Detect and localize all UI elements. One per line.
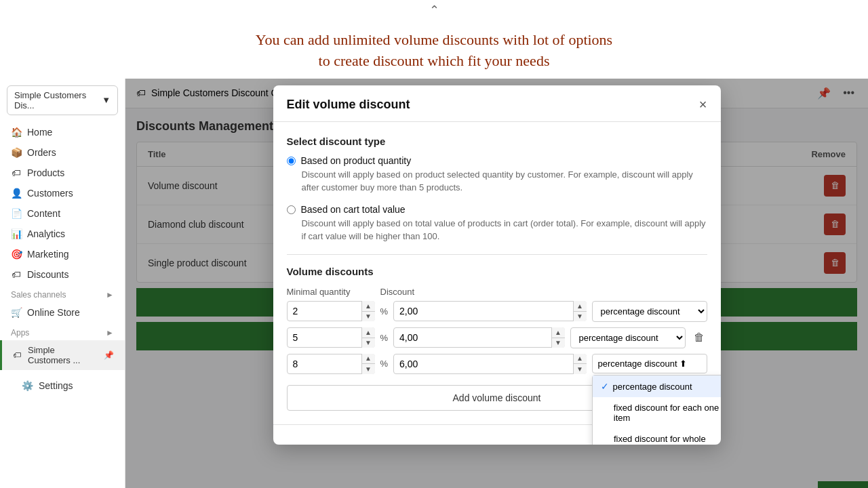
dropdown-label-fixed-whole: fixed discount for whole product: [614, 434, 721, 445]
chevron-up-icon[interactable]: ⌃: [429, 3, 439, 17]
qty-wrap-2: ▲ ▼: [287, 327, 375, 348]
qty-down-2[interactable]: ▼: [361, 338, 375, 348]
dropdown-item-fixed-whole[interactable]: fixed discount for whole product: [593, 428, 721, 445]
discount-up-1[interactable]: ▲: [573, 301, 587, 312]
app-icon: 🏷: [13, 350, 21, 360]
sidebar-item-discounts[interactable]: 🏷 Discounts: [0, 264, 125, 285]
divider: [287, 254, 707, 255]
sidebar-app-name: Simple Customers ...: [28, 345, 98, 365]
sidebar-label-analytics: Analytics: [27, 228, 65, 239]
sidebar-label-products: Products: [27, 167, 64, 178]
sidebar-item-home[interactable]: 🏠 Home: [0, 122, 125, 142]
app-selector-label: Simple Customers Dis...: [14, 90, 102, 110]
discount-up-2[interactable]: ▲: [551, 327, 565, 338]
check-icon: ✓: [601, 381, 609, 392]
discount-up-3[interactable]: ▲: [573, 354, 587, 365]
dropdown-item-fixed-each[interactable]: fixed discount for each one item: [593, 397, 721, 428]
sidebar-item-content[interactable]: 📄 Content: [0, 203, 125, 224]
volume-discounts-title: Volume discounts: [287, 266, 707, 277]
sidebar-item-app[interactable]: 🏷 Simple Customers ... 📌: [0, 340, 125, 370]
sidebar-item-analytics[interactable]: 📊 Analytics: [0, 224, 125, 244]
dropdown-item-pct[interactable]: ✓ percentage discount: [593, 375, 721, 397]
radio-text-cart-total: Based on cart total value: [301, 204, 406, 215]
sidebar-item-marketing[interactable]: 🎯 Marketing: [0, 244, 125, 264]
analytics-icon: 📊: [11, 228, 22, 239]
discount-input-3[interactable]: [393, 354, 586, 374]
pin-icon: 📌: [104, 350, 114, 360]
promo-banner: You can add unlimited volume discounts w…: [0, 18, 868, 79]
modal-close-button[interactable]: ×: [699, 98, 707, 111]
discount-down-2[interactable]: ▼: [551, 338, 565, 348]
sidebar-item-orders[interactable]: 📦 Orders: [0, 142, 125, 163]
modal-body: Select discount type Based on product qu…: [273, 122, 721, 424]
qty-up-1[interactable]: ▲: [361, 301, 375, 312]
marketing-icon: 🎯: [11, 249, 22, 260]
radio-label-cart-total[interactable]: Based on cart total value: [287, 204, 707, 215]
discount-spin-2: ▲ ▼: [551, 327, 565, 348]
chevron-down-icon: ▼: [102, 95, 111, 105]
sidebar-item-settings[interactable]: ⚙️ Settings: [11, 375, 114, 396]
type-select-1[interactable]: percentage discount fixed discount for e…: [592, 301, 707, 322]
discounts-icon: 🏷: [11, 269, 22, 280]
modal-title: Edit volume discount: [287, 98, 410, 112]
radio-desc-product-qty: Discount will apply based on product sel…: [287, 168, 707, 195]
sidebar-label-orders: Orders: [27, 147, 56, 158]
qty-up-2[interactable]: ▲: [361, 327, 375, 338]
modal-overlay: Edit volume discount × Select discount t…: [125, 79, 868, 488]
type-select-2[interactable]: percentage discount fixed discount for e…: [570, 327, 686, 348]
discount-down-1[interactable]: ▼: [573, 312, 587, 322]
discount-down-3[interactable]: ▼: [573, 364, 587, 374]
col-discount-label: Discount: [380, 287, 707, 297]
sidebar-label-settings: Settings: [39, 380, 73, 391]
vol-table-header: Minimal quantity Discount: [287, 287, 707, 297]
radio-desc-cart-total: Discount will apply based on total value…: [287, 217, 707, 243]
sidebar-item-online-store[interactable]: 🛒 Online Store: [0, 302, 125, 323]
qty-down-3[interactable]: ▼: [361, 364, 375, 374]
vol-row-2: ▲ ▼ % ▲ ▼ perc: [287, 327, 707, 348]
qty-wrap-3: ▲ ▼: [287, 354, 375, 374]
discount-spin-1: ▲ ▼: [573, 301, 587, 321]
apps-label: Apps: [11, 328, 29, 338]
content-icon: 📄: [11, 208, 22, 219]
radio-input-cart-total[interactable]: [287, 205, 296, 214]
radio-input-product-qty[interactable]: [287, 157, 296, 165]
sidebar-item-products[interactable]: 🏷 Products: [0, 163, 125, 183]
type-dropdown-wrap-3: percentage discount ⬆ ✓ percentage disco…: [592, 354, 707, 373]
sidebar-label-content: Content: [27, 208, 60, 219]
store-icon: 🛒: [11, 307, 22, 318]
sidebar-label-marketing: Marketing: [27, 249, 68, 260]
pct-symbol-1: %: [380, 306, 389, 317]
radio-cart-total: Based on cart total value Discount will …: [287, 204, 707, 243]
banner-line1: You can add unlimited volume discounts w…: [256, 31, 612, 48]
home-icon: 🏠: [11, 127, 22, 138]
sales-channels-label: Sales channels: [11, 290, 66, 300]
qty-up-3[interactable]: ▲: [361, 354, 375, 365]
delete-row-2-button[interactable]: 🗑: [691, 329, 707, 346]
qty-spin-2: ▲ ▼: [361, 327, 375, 348]
dropdown-popup-3: ✓ percentage discount fixed discount for…: [592, 375, 721, 445]
pct-symbol-2: %: [380, 333, 389, 343]
expand-icon: ►: [106, 290, 114, 300]
type-dropdown-btn-3[interactable]: percentage discount ⬆: [592, 354, 707, 373]
app-selector[interactable]: Simple Customers Dis... ▼: [7, 85, 118, 115]
qty-spin-3: ▲ ▼: [361, 354, 375, 374]
sidebar-label-customers: Customers: [27, 188, 73, 199]
sidebar-item-customers[interactable]: 👤 Customers: [0, 183, 125, 203]
qty-wrap-1: ▲ ▼: [287, 301, 375, 321]
settings-item[interactable]: ⚙️ Settings: [0, 370, 125, 401]
radio-label-product-qty[interactable]: Based on product quantity: [287, 155, 707, 166]
vol-row-3: ▲ ▼ % ▲ ▼: [287, 354, 707, 374]
discount-wrap-1: ▲ ▼: [393, 301, 586, 321]
radio-text-product-qty: Based on product quantity: [301, 155, 412, 166]
discount-wrap-3: ▲ ▼: [393, 354, 586, 374]
dropdown-label-fixed-each: fixed discount for each one item: [614, 403, 721, 423]
products-icon: 🏷: [11, 167, 22, 178]
discount-input-2[interactable]: [393, 327, 564, 348]
orders-icon: 📦: [11, 147, 22, 158]
vol-row-1: ▲ ▼ % ▲ ▼ perc: [287, 301, 707, 322]
apps-section: Apps ►: [0, 323, 125, 340]
qty-down-1[interactable]: ▼: [361, 312, 375, 322]
sidebar: Simple Customers Dis... ▼ 🏠 Home 📦 Order…: [0, 79, 125, 488]
discount-input-1[interactable]: [393, 301, 586, 321]
qty-spin-1: ▲ ▼: [361, 301, 375, 321]
